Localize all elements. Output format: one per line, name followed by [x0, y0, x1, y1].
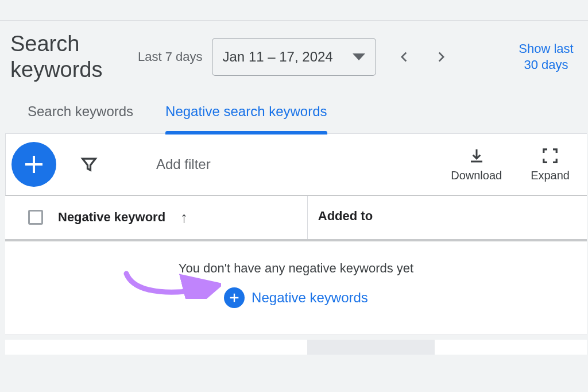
chevron-right-icon	[435, 48, 447, 66]
date-nav-arrows	[394, 47, 451, 67]
date-prev-button[interactable]	[394, 47, 414, 67]
tab-negative-search-keywords[interactable]: Negative search keywords	[165, 103, 327, 133]
column-negative-keyword[interactable]: Negative keyword ↑	[5, 196, 308, 239]
tabs-row: Search keywords Negative search keywords	[0, 89, 588, 133]
page-root: Search keywords Last 7 days Jan 11 – 17,…	[0, 0, 588, 392]
column-added-to[interactable]: Added to	[308, 196, 373, 239]
header-row: Search keywords Last 7 days Jan 11 – 17,…	[0, 21, 588, 89]
filter-button[interactable]	[79, 155, 99, 174]
add-negative-keywords-label: Negative keywords	[252, 290, 368, 306]
plus-icon	[22, 153, 45, 176]
expand-icon	[540, 146, 560, 166]
date-block: Last 7 days Jan 11 – 17, 2024	[138, 38, 376, 76]
sort-ascending-icon: ↑	[180, 209, 188, 226]
download-label: Download	[451, 169, 502, 182]
column-header-added-to: Added to	[318, 209, 373, 223]
expand-button[interactable]: Expand	[531, 146, 570, 182]
chevron-down-icon	[353, 53, 365, 60]
toolbar-right: Download Expand	[451, 146, 581, 182]
add-button[interactable]	[11, 142, 56, 187]
date-next-button[interactable]	[431, 47, 451, 67]
download-button[interactable]: Download	[451, 146, 502, 182]
filter-icon	[80, 156, 98, 173]
add-filter-button[interactable]: Add filter	[156, 156, 211, 172]
download-icon	[467, 146, 486, 166]
column-header-negative-keyword: Negative keyword	[58, 210, 165, 225]
table-header: Negative keyword ↑ Added to	[5, 196, 587, 241]
chevron-left-icon	[399, 48, 410, 66]
bottom-strip	[5, 340, 587, 355]
expand-label: Expand	[531, 169, 570, 182]
show-last-30-link[interactable]: Show last 30 days	[514, 41, 578, 72]
toolbar-inner: Add filter Download Expand	[6, 134, 587, 195]
date-range-label: Last 7 days	[138, 49, 203, 64]
date-range-value: Jan 11 – 17, 2024	[223, 49, 333, 65]
toolbar-card: Add filter Download Expand	[5, 133, 587, 196]
plus-circle-icon	[224, 287, 245, 308]
tab-search-keywords[interactable]: Search keywords	[28, 103, 133, 133]
select-all-checkbox[interactable]	[28, 210, 43, 225]
page-title: Search keywords	[10, 31, 131, 83]
empty-state: You don't have any negative keywords yet…	[5, 241, 587, 335]
date-range-dropdown[interactable]: Jan 11 – 17, 2024	[212, 38, 376, 76]
empty-state-message: You don't have any negative keywords yet	[5, 261, 587, 276]
add-negative-keywords-button[interactable]: Negative keywords	[224, 287, 368, 308]
scrollbar-thumb[interactable]	[307, 340, 435, 355]
top-divider	[0, 0, 588, 21]
